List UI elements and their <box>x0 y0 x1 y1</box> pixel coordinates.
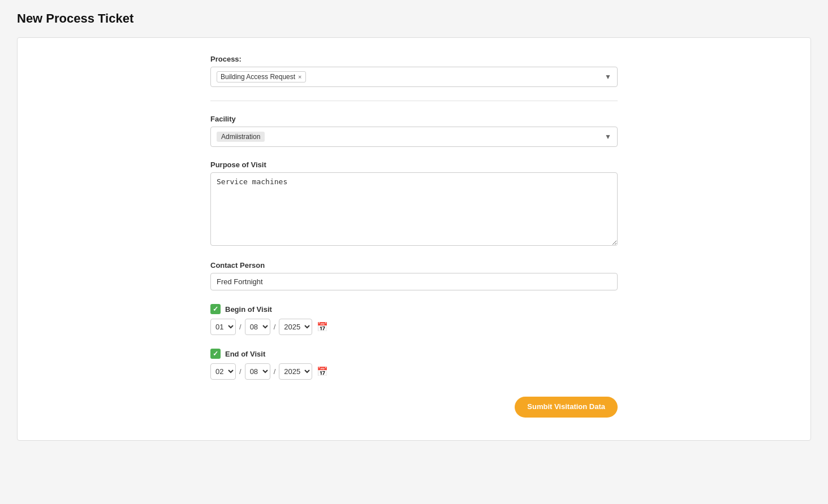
process-section: Process: Building Access Request × ▼ <box>210 55 618 87</box>
begin-day-select[interactable]: 01 02 03 04 05 06 07 08 09 10 11 12 13 1… <box>210 319 236 335</box>
begin-date-row: 01 02 03 04 05 06 07 08 09 10 11 12 13 1… <box>210 319 618 335</box>
process-label: Process: <box>210 55 618 63</box>
end-sep-1: / <box>238 367 243 376</box>
section-divider <box>210 101 618 101</box>
end-date-row: 01 02 03 04 05 06 07 08 09 10 11 12 13 1… <box>210 363 618 380</box>
begin-sep-2: / <box>273 323 277 331</box>
facility-tag: Admiistration <box>217 132 265 142</box>
process-select[interactable]: Building Access Request × ▼ <box>210 67 618 87</box>
begin-sep-1: / <box>238 323 243 331</box>
begin-month-select[interactable]: 01 02 03 04 05 06 07 08 09 10 11 12 <box>245 319 270 335</box>
end-sep-2: / <box>273 367 277 376</box>
process-tag-text: Building Access Request <box>221 73 295 81</box>
begin-visit-checkbox[interactable] <box>210 304 221 314</box>
begin-checkbox-row: Begin of Visit <box>210 304 618 314</box>
end-visit-label: End of Visit <box>225 350 265 358</box>
facility-select[interactable]: Admiistration ▼ <box>210 127 618 147</box>
purpose-textarea[interactable]: Service machines <box>210 172 618 246</box>
end-year-select[interactable]: 2024 2025 2026 <box>279 363 312 380</box>
form-card: Process: Building Access Request × ▼ Fac… <box>17 37 811 441</box>
contact-label: Contact Person <box>210 261 618 270</box>
process-tag: Building Access Request × <box>217 71 306 82</box>
facility-section: Facility Admiistration ▼ <box>210 115 618 147</box>
end-day-select[interactable]: 01 02 03 04 05 06 07 08 09 10 11 12 13 1… <box>210 363 236 380</box>
submit-row: Sumbit Visitation Data <box>210 397 618 418</box>
end-checkbox-row: End of Visit <box>210 349 618 359</box>
page-title: New Process Ticket <box>17 11 811 26</box>
contact-section: Contact Person <box>210 261 618 290</box>
process-dropdown-arrow[interactable]: ▼ <box>605 73 611 81</box>
form-inner: Process: Building Access Request × ▼ Fac… <box>199 55 629 418</box>
end-calendar-icon[interactable]: 📅 <box>317 366 328 377</box>
submit-button[interactable]: Sumbit Visitation Data <box>515 397 618 418</box>
end-visit-section: End of Visit 01 02 03 04 05 06 07 08 09 … <box>210 349 618 380</box>
end-month-select[interactable]: 01 02 03 04 05 06 07 08 09 10 11 12 <box>245 363 270 380</box>
process-tag-remove[interactable]: × <box>298 73 301 80</box>
facility-label: Facility <box>210 115 618 123</box>
purpose-label: Purpose of Visit <box>210 160 618 169</box>
facility-dropdown-arrow[interactable]: ▼ <box>605 133 611 141</box>
purpose-section: Purpose of Visit Service machines <box>210 160 618 247</box>
contact-input[interactable] <box>210 273 618 290</box>
begin-calendar-icon[interactable]: 📅 <box>317 321 328 332</box>
begin-visit-label: Begin of Visit <box>225 305 272 314</box>
begin-year-select[interactable]: 2024 2025 2026 <box>279 319 312 335</box>
page-container: New Process Ticket Process: Building Acc… <box>0 0 828 452</box>
end-visit-checkbox[interactable] <box>210 349 221 359</box>
begin-visit-section: Begin of Visit 01 02 03 04 05 06 07 08 0… <box>210 304 618 335</box>
